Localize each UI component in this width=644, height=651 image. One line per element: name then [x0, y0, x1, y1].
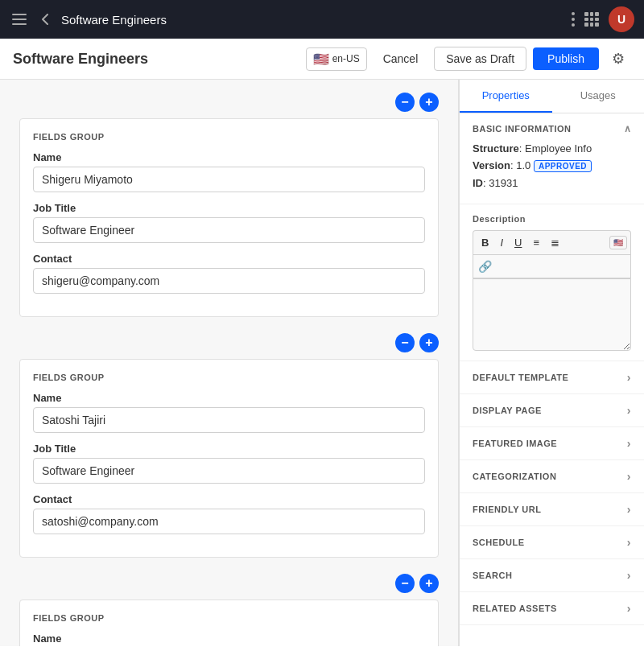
basic-info-header[interactable]: BASIC INFORMATION ∧: [473, 123, 631, 134]
group3-header: − +: [19, 574, 439, 593]
group3-actions: − +: [395, 574, 439, 593]
structure-label: Structure: [473, 142, 519, 155]
group2-jobtitle-label: Job Title: [33, 443, 425, 455]
collapsible-chevron-icon: ›: [627, 569, 631, 582]
collapsible-chevron-icon: ›: [627, 536, 631, 549]
save-draft-button[interactable]: Save as Draft: [434, 47, 526, 71]
version-label: Version: [473, 159, 510, 171]
group1-contact-label: Contact: [33, 253, 425, 265]
collapsible-label: SCHEDULE: [473, 538, 525, 547]
svg-rect-0: [12, 14, 27, 15]
cancel-button[interactable]: Cancel: [374, 47, 428, 70]
panel-tabs: Properties Usages: [460, 80, 644, 113]
collapsible-chevron-icon: ›: [627, 503, 631, 516]
collapsible-chevron-icon: ›: [627, 371, 631, 384]
collapsible-search[interactable]: SEARCH ›: [460, 559, 644, 592]
collapsible-chevron-icon: ›: [627, 404, 631, 417]
fields-group-1: FIELDS GROUP Name Job Title Contact: [19, 118, 439, 317]
collapsible-chevron-icon: ›: [627, 602, 631, 615]
collapsible-schedule[interactable]: SCHEDULE ›: [460, 526, 644, 559]
collapsible-label: DISPLAY PAGE: [473, 406, 542, 415]
approved-badge: APPROVED: [534, 160, 592, 172]
id-value: 31931: [489, 177, 518, 189]
rte-toolbar: B I U ≡ ≣ 🇺🇸: [473, 230, 631, 254]
settings-button[interactable]: ⚙: [605, 47, 631, 71]
apps-icon[interactable]: [584, 12, 599, 27]
group2-contact-label: Contact: [33, 493, 425, 505]
group1-label: FIELDS GROUP: [33, 132, 425, 142]
fields-group-2: FIELDS GROUP Name Job Title Contact: [19, 359, 439, 558]
group1-remove-button[interactable]: −: [395, 93, 415, 112]
version-row: Version: 1.0 APPROVED: [473, 159, 631, 172]
group2-header: − +: [19, 333, 439, 352]
tab-usages[interactable]: Usages: [552, 80, 645, 113]
collapsible-default-template[interactable]: DEFAULT TEMPLATE ›: [460, 361, 644, 394]
version-value: 1.0: [516, 159, 530, 171]
group3-name-field: Name: [33, 632, 425, 646]
group1-name-label: Name: [33, 151, 425, 163]
group2-name-label: Name: [33, 392, 425, 404]
group2-remove-button[interactable]: −: [395, 333, 415, 352]
description-section: Description B I U ≡ ≣ 🇺🇸 🔗: [460, 204, 644, 361]
group3-add-button[interactable]: +: [419, 574, 439, 593]
basic-info-chevron-icon: ∧: [624, 123, 632, 134]
sidebar-toggle-icon[interactable]: [10, 10, 29, 29]
group1-add-button[interactable]: +: [419, 93, 439, 112]
collapsible-sections: DEFAULT TEMPLATE › DISPLAY PAGE › FEATUR…: [460, 361, 644, 625]
basic-info-label: BASIC INFORMATION: [473, 124, 572, 134]
group3-remove-button[interactable]: −: [395, 574, 415, 593]
rte-underline-button[interactable]: U: [510, 234, 526, 251]
collapsible-label: SEARCH: [473, 571, 512, 580]
left-panel: − + FIELDS GROUP Name Job Title Contact …: [0, 80, 459, 646]
group1-contact-input[interactable]: [33, 268, 425, 294]
avatar[interactable]: U: [609, 6, 634, 32]
group3-name-label: Name: [33, 632, 425, 645]
rte-flag-icon: 🇺🇸: [609, 236, 627, 249]
collapsible-label: FRIENDLY URL: [473, 505, 541, 514]
main-content: − + FIELDS GROUP Name Job Title Contact …: [0, 80, 644, 646]
group1-header: − +: [19, 93, 439, 112]
group2-actions: − +: [395, 333, 439, 352]
id-label: ID: [473, 177, 483, 189]
back-icon[interactable]: [35, 10, 55, 29]
collapsible-featured-image[interactable]: FEATURED IMAGE ›: [460, 427, 644, 460]
language-selector[interactable]: 🇺🇸 en-US: [306, 47, 367, 71]
group2-label: FIELDS GROUP: [33, 373, 425, 382]
right-panel: Properties Usages BASIC INFORMATION ∧ St…: [459, 80, 644, 646]
group1-actions: − +: [395, 93, 439, 112]
publish-button[interactable]: Publish: [533, 47, 599, 70]
description-input[interactable]: [473, 278, 631, 351]
collapsible-label: RELATED ASSETS: [473, 604, 557, 613]
group2-contact-field: Contact: [33, 493, 425, 534]
svg-rect-2: [12, 23, 27, 25]
collapsible-related-assets[interactable]: RELATED ASSETS ›: [460, 592, 644, 625]
group2-contact-input[interactable]: [33, 509, 425, 534]
rte-bold-button[interactable]: B: [477, 234, 493, 251]
group1-jobtitle-label: Job Title: [33, 202, 425, 214]
more-options-icon[interactable]: [572, 12, 575, 27]
lang-code: en-US: [332, 53, 360, 64]
group1-jobtitle-field: Job Title: [33, 202, 425, 243]
collapsible-display-page[interactable]: DISPLAY PAGE ›: [460, 394, 644, 427]
rte-italic-button[interactable]: I: [495, 234, 508, 251]
rte-list-button[interactable]: ≡: [528, 234, 544, 251]
rte-ordered-list-button[interactable]: ≣: [546, 234, 564, 251]
collapsible-chevron-icon: ›: [627, 437, 631, 450]
header-toolbar: Software Engineers 🇺🇸 en-US Cancel Save …: [0, 39, 644, 80]
collapsible-chevron-icon: ›: [627, 470, 631, 483]
basic-info-section: BASIC INFORMATION ∧ Structure: Employee …: [460, 113, 644, 204]
description-label: Description: [473, 214, 631, 224]
collapsible-friendly-url[interactable]: FRIENDLY URL ›: [460, 493, 644, 526]
group3-label: FIELDS GROUP: [33, 613, 425, 623]
collapsible-label: DEFAULT TEMPLATE: [473, 373, 568, 382]
tab-properties[interactable]: Properties: [460, 80, 552, 113]
top-nav: Software Engineers U: [0, 0, 644, 39]
group1-name-input[interactable]: [33, 167, 425, 192]
group2-name-input[interactable]: [33, 407, 425, 433]
collapsible-categorization[interactable]: CATEGORIZATION ›: [460, 460, 644, 493]
group2-jobtitle-input[interactable]: [33, 458, 425, 484]
collapsible-label: CATEGORIZATION: [473, 472, 556, 481]
group1-contact-field: Contact: [33, 253, 425, 294]
group2-add-button[interactable]: +: [419, 333, 439, 352]
group1-jobtitle-input[interactable]: [33, 217, 425, 243]
